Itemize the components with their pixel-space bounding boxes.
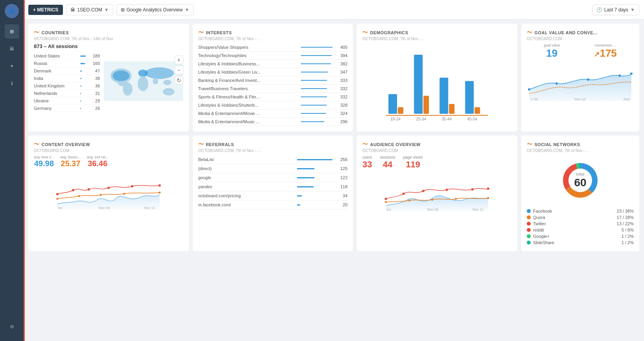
svg-point-50 bbox=[471, 188, 474, 191]
svg-point-32 bbox=[56, 193, 59, 195]
referral-value: 122 bbox=[336, 175, 347, 180]
referral-value: 118 bbox=[336, 184, 347, 189]
audience-metric-value: 119 bbox=[403, 159, 423, 170]
interest-item: Banking & Finance/Avid Invest... 333 bbox=[198, 76, 348, 85]
legend-dot bbox=[527, 228, 531, 232]
interest-bar-wrap bbox=[301, 105, 332, 106]
content-chart-svg: lov Nov 06 Nov 11 bbox=[34, 170, 183, 210]
sidebar: 👤 ⊞ 🏛 ✦ ℹ ⚙ bbox=[0, 0, 24, 341]
referrals-icon: 〜 bbox=[198, 141, 204, 148]
svg-text:Nov 06: Nov 06 bbox=[99, 206, 110, 210]
add-metrics-button[interactable]: + METRICS bbox=[28, 5, 63, 15]
interests-card: 〜 INTERESTS OCTOBOARD.COM, 7th of Nov - … bbox=[193, 24, 353, 132]
conversion-number: ↗175 bbox=[594, 47, 616, 59]
referral-value: 256 bbox=[336, 157, 347, 162]
social-header: 〜 SOCIAL NETWORKS OCTOBOARD.COM, 7th of … bbox=[527, 141, 634, 153]
interest-bar-wrap bbox=[301, 96, 332, 97]
country-bar bbox=[80, 108, 81, 109]
audience-card: 〜 AUDIENCE OVERVIEW OCTOBOARD.COM users … bbox=[357, 135, 517, 251]
svg-point-40 bbox=[100, 194, 101, 196]
map-zoom-in[interactable]: + bbox=[175, 56, 183, 64]
svg-point-39 bbox=[78, 195, 80, 197]
referral-bar bbox=[297, 195, 302, 196]
interest-name: Travel/Business Travelers bbox=[198, 86, 298, 91]
country-bar-wrap bbox=[80, 85, 86, 87]
audience-title: 〜 AUDIENCE OVERVIEW bbox=[362, 141, 421, 148]
country-bar bbox=[80, 70, 82, 72]
dashboard-selector[interactable]: ⊞ Google Analytics Overview ▼ bbox=[116, 4, 194, 15]
country-name: Ukraine bbox=[34, 98, 77, 103]
audience-metric-value: 33 bbox=[362, 159, 372, 170]
interest-bar-wrap bbox=[301, 55, 332, 56]
sidebar-item-building[interactable]: 🏛 bbox=[5, 42, 19, 56]
country-item: Germany 26 bbox=[34, 105, 100, 112]
countries-subtitle: OCTOBOARD.COM, 7th of Nov - 14th of Nov bbox=[34, 37, 113, 41]
svg-text:Nov: Nov bbox=[624, 97, 630, 101]
svg-text:Nov 11: Nov 11 bbox=[472, 208, 484, 211]
sidebar-item-star[interactable]: ✦ bbox=[5, 59, 19, 73]
content-overview-card: 〜 CONTENT OVERVIEW OCTOBOARD.COM avg. ti… bbox=[28, 135, 189, 251]
audience-header: 〜 AUDIENCE OVERVIEW OCTOBOARD.COM bbox=[362, 141, 512, 153]
goal-chart-svg: v 06 Nov 10 Nov bbox=[527, 62, 634, 101]
date-range-selector[interactable]: 🕐 Last 7 days ▼ bbox=[592, 4, 639, 15]
goal-header: 〜 GOAL VALUE AND CONVE... OCTOBOARD.COM bbox=[527, 29, 634, 41]
interest-bar bbox=[301, 113, 326, 114]
interest-name: Lifestyles & Hobbies/Business... bbox=[198, 61, 298, 66]
conversion-value-item: conversion ... ↗175 bbox=[594, 43, 616, 59]
svg-text:Nov 10: Nov 10 bbox=[574, 97, 586, 101]
interest-value: 324 bbox=[336, 111, 347, 116]
country-name: Russia bbox=[34, 61, 77, 66]
content-metric-item: avg. time o... 49.98 bbox=[34, 155, 54, 168]
main-wrapper: + METRICS 🏛 1SEO.COM ▼ ⊞ Google Analytic… bbox=[24, 0, 644, 341]
content-icon: 〜 bbox=[34, 141, 40, 148]
referral-bar-wrap bbox=[297, 159, 332, 160]
svg-rect-17 bbox=[440, 78, 448, 114]
interest-bar bbox=[301, 96, 327, 97]
metric-label: avg. bounc... bbox=[61, 155, 81, 159]
interest-name: Sports & Fitness/Health & Fitn... bbox=[198, 95, 298, 99]
goal-values: goal value 19 conversion ... ↗175 bbox=[527, 43, 634, 59]
referral-item: octoboard.com/pricing 34 bbox=[198, 191, 348, 200]
referral-value: 20 bbox=[336, 202, 347, 207]
interest-item: Sports & Fitness/Health & Fitn... 332 bbox=[198, 93, 348, 101]
referral-bar-wrap bbox=[297, 195, 332, 196]
country-value: 160 bbox=[89, 61, 100, 66]
content-metric-item: avg. bounc... 25.37 bbox=[61, 155, 81, 168]
social-title: 〜 SOCIAL NETWORKS bbox=[527, 141, 589, 148]
svg-rect-15 bbox=[424, 96, 429, 114]
interest-value: 332 bbox=[336, 95, 347, 99]
demographics-title: 〜 DEMOGRAPHICS bbox=[362, 29, 425, 36]
interest-value: 332 bbox=[336, 86, 347, 91]
sidebar-item-info[interactable]: ℹ bbox=[5, 76, 19, 91]
topbar: + METRICS 🏛 1SEO.COM ▼ ⊞ Google Analytic… bbox=[24, 0, 644, 20]
referral-item: google 122 bbox=[198, 173, 348, 182]
goal-subtitle: OCTOBOARD.COM bbox=[527, 37, 598, 41]
interest-bar bbox=[301, 121, 324, 122]
country-bar bbox=[80, 85, 81, 87]
interest-bar bbox=[301, 72, 328, 72]
interest-bar-wrap bbox=[301, 47, 332, 48]
map-refresh[interactable]: ↻ bbox=[175, 76, 183, 85]
svg-point-9 bbox=[163, 88, 175, 95]
site-selector[interactable]: 🏛 1SEO.COM ▼ bbox=[66, 4, 113, 15]
referral-name: m.facebook.com/ bbox=[198, 202, 294, 207]
svg-rect-18 bbox=[449, 104, 455, 114]
date-range-label: Last 7 days bbox=[604, 7, 628, 13]
interests-list: Shoppers/Value Shoppers 405 Technology/T… bbox=[198, 43, 348, 126]
goal-value-number: 19 bbox=[544, 47, 560, 59]
map-zoom-out[interactable]: − bbox=[175, 66, 183, 74]
countries-trend-icon: 〜 bbox=[34, 29, 40, 36]
interest-value: 328 bbox=[336, 103, 347, 107]
country-item: India 38 bbox=[34, 75, 100, 82]
svg-point-6 bbox=[145, 67, 174, 79]
sidebar-item-gear[interactable]: ⚙ bbox=[5, 320, 19, 334]
country-bar-wrap bbox=[80, 108, 86, 109]
interest-name: Banking & Finance/Avid Invest... bbox=[198, 78, 298, 83]
svg-point-47 bbox=[402, 193, 405, 195]
dashboard-label: Google Analytics Overview bbox=[127, 7, 183, 13]
svg-rect-14 bbox=[414, 55, 423, 114]
sidebar-item-dashboard[interactable]: ⊞ bbox=[5, 24, 19, 39]
referrals-subtitle: OCTOBOARD.COM, 7th of Nov - ... bbox=[198, 148, 261, 153]
referral-value: 34 bbox=[336, 193, 347, 198]
avatar-icon[interactable]: 👤 bbox=[5, 4, 19, 18]
